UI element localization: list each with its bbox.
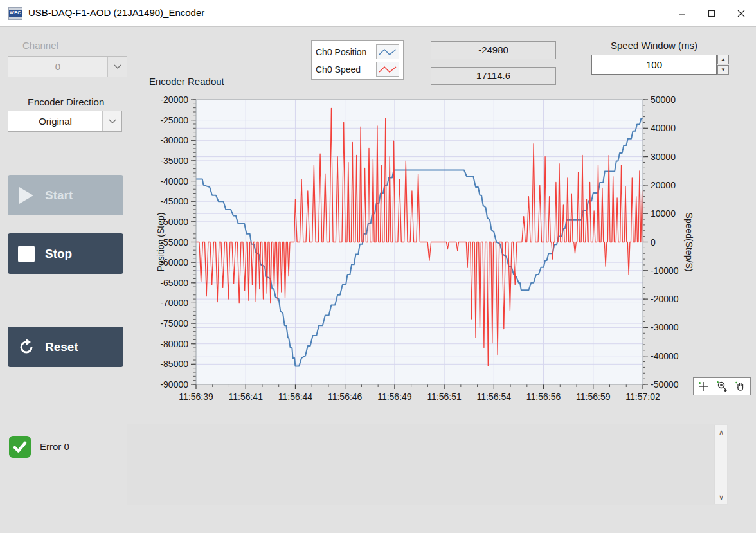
title-bar: WPC USB-DAQ-F1-AOD (21JA1490)_Encoder [0, 0, 756, 27]
close-button[interactable] [726, 0, 756, 27]
error-label: Error 0 [40, 441, 69, 452]
svg-text:-10000: -10000 [651, 266, 679, 276]
svg-text:-40000: -40000 [160, 176, 188, 186]
app-logo-icon: WPC [8, 7, 22, 20]
speed-window-label: Speed Window (ms) [591, 40, 717, 51]
position-readout: -24980 [431, 41, 556, 59]
position-line-swatch [376, 44, 399, 59]
svg-text:-35000: -35000 [160, 156, 188, 166]
error-log-textarea[interactable]: ∧ ∨ [127, 424, 728, 505]
close-icon [737, 10, 745, 17]
svg-text:-50000: -50000 [651, 379, 679, 390]
play-icon [8, 187, 45, 204]
pan-hand-icon[interactable] [734, 379, 748, 393]
svg-text:-75000: -75000 [160, 318, 188, 329]
svg-text:-20000: -20000 [160, 95, 188, 105]
encoder-chart-svg: -90000-85000-80000-75000-70000-65000-600… [145, 73, 698, 402]
svg-text:11:56:46: 11:56:46 [328, 392, 363, 402]
svg-text:11:56:51: 11:56:51 [427, 392, 462, 402]
svg-text:40000: 40000 [651, 123, 676, 133]
svg-text:11:56:44: 11:56:44 [278, 392, 313, 402]
scroll-up-icon[interactable]: ∧ [715, 426, 728, 438]
channel-select[interactable]: 0 [8, 56, 127, 77]
direction-chevron-down-icon [102, 111, 122, 131]
svg-text:20000: 20000 [651, 180, 676, 190]
svg-text:11:56:59: 11:56:59 [576, 392, 611, 402]
svg-text:11:56:41: 11:56:41 [228, 392, 263, 402]
svg-text:0: 0 [651, 237, 656, 248]
svg-text:-25000: -25000 [160, 115, 188, 125]
svg-text:-90000: -90000 [160, 379, 188, 390]
svg-text:11:56:56: 11:56:56 [526, 392, 561, 402]
svg-text:10000: 10000 [651, 208, 676, 219]
maximize-icon [708, 10, 716, 17]
stop-icon [8, 246, 45, 262]
zoom-icon[interactable] [715, 379, 729, 393]
error-checkbox[interactable] [9, 436, 31, 458]
svg-text:11:56:49: 11:56:49 [377, 392, 412, 402]
svg-text:-40000: -40000 [651, 351, 679, 361]
window-title: USB-DAQ-F1-AOD (21JA1490)_Encoder [28, 7, 204, 18]
svg-text:30000: 30000 [651, 152, 676, 162]
maximize-button[interactable] [697, 0, 726, 27]
svg-text:11:57:02: 11:57:02 [626, 392, 660, 402]
legend-item-position[interactable]: Ch0 Position [316, 43, 399, 60]
speed-window-input[interactable] [591, 55, 717, 75]
reset-button[interactable]: Reset [8, 327, 123, 367]
svg-text:-80000: -80000 [160, 339, 188, 349]
start-button[interactable]: Start [8, 175, 123, 215]
svg-text:-30000: -30000 [160, 135, 188, 145]
spin-down-button[interactable]: ▼ [717, 65, 729, 75]
scroll-down-icon[interactable]: ∨ [715, 491, 728, 503]
stop-button[interactable]: Stop [8, 233, 123, 274]
svg-text:50000: 50000 [651, 95, 676, 105]
spin-up-icon: ▲ [721, 57, 726, 62]
svg-text:-45000: -45000 [160, 196, 188, 206]
svg-text:Speed(Step/S): Speed(Step/S) [684, 213, 694, 272]
encoder-direction-label: Encoder Direction [28, 96, 104, 107]
channel-chevron-down-icon [107, 57, 127, 77]
svg-text:-30000: -30000 [651, 322, 679, 332]
svg-text:-20000: -20000 [651, 294, 679, 304]
reset-icon [8, 339, 45, 356]
minimize-icon [678, 10, 686, 17]
spin-down-icon: ▼ [721, 67, 726, 73]
svg-text:-70000: -70000 [160, 298, 188, 308]
channel-label: Channel [22, 40, 59, 51]
svg-text:11:56:54: 11:56:54 [477, 392, 512, 402]
spin-up-button[interactable]: ▲ [717, 55, 729, 64]
svg-text:-65000: -65000 [160, 278, 188, 288]
crosshair-icon[interactable] [696, 379, 710, 393]
encoder-direction-select[interactable]: Original [8, 111, 122, 132]
svg-text:Position (Step): Position (Step) [156, 213, 166, 272]
svg-text:11:56:39: 11:56:39 [179, 392, 213, 402]
log-scrollbar[interactable]: ∧ ∨ [714, 425, 727, 504]
svg-text:-85000: -85000 [160, 359, 188, 369]
graph-palette [693, 377, 751, 395]
minimize-button[interactable] [667, 0, 697, 27]
checkmark-icon [12, 439, 28, 455]
